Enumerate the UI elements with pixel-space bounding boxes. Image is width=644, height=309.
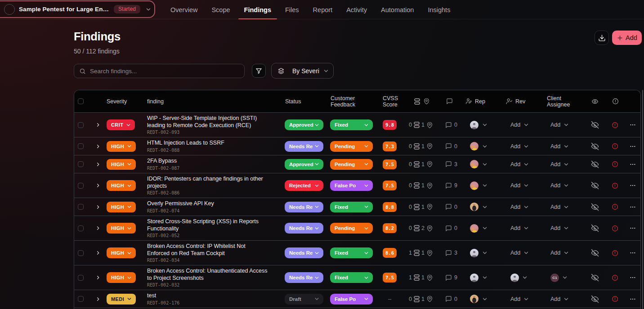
reporter-cell[interactable]: [470, 121, 501, 129]
alert-cell[interactable]: [612, 203, 625, 210]
client-assignee-cell[interactable]: Add: [550, 204, 584, 210]
row-checkbox[interactable]: [78, 225, 84, 231]
reporter-cell[interactable]: [470, 274, 501, 282]
comments-cell[interactable]: 0: [445, 122, 461, 128]
expand-chevron-icon[interactable]: [95, 204, 101, 210]
add-finding-button[interactable]: Add: [612, 31, 642, 45]
finding-title[interactable]: Broken Access Control: Unauthenticated A…: [147, 268, 269, 282]
visibility-cell[interactable]: [591, 249, 606, 257]
col-reporter[interactable]: Rep: [465, 98, 501, 105]
row-menu-button[interactable]: [630, 274, 641, 281]
alert-cell[interactable]: [612, 296, 625, 302]
expand-chevron-icon[interactable]: [95, 225, 101, 231]
severity-badge[interactable]: HIGH: [107, 247, 136, 258]
col-alert[interactable]: [612, 98, 625, 105]
reporter-cell[interactable]: [470, 181, 501, 190]
tab-scope[interactable]: Scope: [211, 0, 230, 19]
comments-cell[interactable]: 3: [445, 161, 461, 168]
alert-cell[interactable]: [612, 274, 625, 281]
finding-title[interactable]: Broken Access Control: IP Whitelist Not …: [147, 243, 269, 257]
filter-button[interactable]: [252, 64, 266, 78]
feedback-pill[interactable]: Pending: [330, 141, 373, 152]
col-comments[interactable]: [446, 98, 461, 105]
tab-insights[interactable]: Insights: [428, 0, 450, 19]
finding-title[interactable]: HTML Injection Leads to SSRF: [147, 140, 224, 147]
status-pill[interactable]: Needs Re: [285, 141, 323, 152]
reviewer-cell[interactable]: Add: [510, 143, 541, 150]
comments-cell[interactable]: 3: [445, 250, 461, 256]
expand-chevron-icon[interactable]: [95, 162, 101, 167]
select-all-checkbox[interactable]: [78, 98, 84, 104]
row-menu-button[interactable]: [630, 225, 641, 231]
reporter-cell[interactable]: [470, 224, 501, 233]
severity-badge[interactable]: HIGH: [107, 180, 136, 191]
comments-cell[interactable]: 9: [445, 274, 461, 281]
comments-cell[interactable]: 0: [445, 296, 461, 302]
reviewer-cell[interactable]: Add: [510, 122, 541, 128]
status-pill[interactable]: Approved: [285, 159, 323, 170]
visibility-cell[interactable]: [591, 160, 606, 168]
reporter-cell[interactable]: [470, 249, 501, 257]
row-checkbox[interactable]: [78, 122, 84, 128]
reporter-cell[interactable]: [470, 160, 501, 168]
status-pill[interactable]: Needs Re: [285, 223, 323, 234]
status-pill[interactable]: Approved: [285, 119, 323, 130]
status-pill[interactable]: Needs Re: [285, 272, 323, 283]
alert-cell[interactable]: [612, 143, 625, 150]
visibility-cell[interactable]: [591, 181, 606, 190]
row-menu-button[interactable]: [630, 122, 641, 128]
col-assets[interactable]: [414, 98, 440, 105]
reporter-cell[interactable]: [470, 295, 501, 303]
severity-badge[interactable]: HIGH: [107, 272, 136, 283]
status-pill[interactable]: Needs Re: [285, 247, 323, 258]
col-visibility[interactable]: [591, 98, 606, 105]
expand-chevron-icon[interactable]: [95, 296, 101, 302]
row-menu-button[interactable]: [630, 161, 641, 168]
visibility-cell[interactable]: [591, 295, 606, 303]
severity-badge[interactable]: CRIT: [107, 119, 135, 130]
scrollbar[interactable]: [642, 90, 643, 309]
severity-badge[interactable]: MEDI: [107, 294, 136, 305]
reviewer-cell[interactable]: Add: [510, 296, 541, 302]
comments-cell[interactable]: 0: [445, 143, 461, 150]
visibility-cell[interactable]: [591, 142, 606, 150]
comments-cell[interactable]: 9: [445, 182, 461, 189]
feedback-pill[interactable]: False Po: [330, 294, 373, 305]
client-assignee-cell[interactable]: Add: [550, 143, 584, 150]
download-button[interactable]: [595, 31, 609, 45]
visibility-cell[interactable]: [591, 121, 606, 129]
feedback-pill[interactable]: Pending: [330, 159, 373, 170]
col-severity[interactable]: Severity: [107, 98, 143, 105]
reporter-cell[interactable]: [470, 203, 501, 211]
comments-cell[interactable]: 0: [445, 203, 461, 210]
tab-files[interactable]: Files: [285, 0, 299, 19]
col-cvss-score[interactable]: CVSS Score: [383, 95, 402, 108]
reviewer-cell[interactable]: Add: [510, 204, 541, 210]
row-menu-button[interactable]: [630, 182, 641, 189]
row-menu-button[interactable]: [630, 204, 641, 210]
expand-chevron-icon[interactable]: [95, 144, 101, 149]
feedback-pill[interactable]: Fixed: [330, 119, 373, 130]
client-assignee-cell[interactable]: Add: [550, 225, 584, 231]
sort-dropdown[interactable]: By Severity: [271, 63, 334, 79]
row-checkbox[interactable]: [78, 204, 84, 210]
alert-cell[interactable]: [612, 182, 625, 189]
visibility-cell[interactable]: [591, 203, 606, 211]
alert-cell[interactable]: [612, 161, 625, 168]
expand-chevron-icon[interactable]: [95, 183, 101, 188]
client-assignee-cell[interactable]: C1: [550, 274, 584, 282]
finding-title[interactable]: IDOR: Pentesters can change findings in …: [147, 176, 269, 190]
tab-findings[interactable]: Findings: [244, 0, 271, 19]
row-menu-button[interactable]: [630, 143, 641, 150]
expand-chevron-icon[interactable]: [95, 275, 101, 280]
row-menu-button[interactable]: [630, 296, 641, 302]
finding-title[interactable]: WIP - Server-Side Template Injection (SS…: [147, 115, 269, 129]
feedback-pill[interactable]: Pending: [330, 223, 373, 234]
reviewer-cell[interactable]: Add: [510, 225, 541, 231]
tab-activity[interactable]: Activity: [346, 0, 367, 19]
comments-cell[interactable]: 0: [445, 225, 461, 232]
client-assignee-cell[interactable]: Add: [550, 296, 584, 302]
tab-report[interactable]: Report: [313, 0, 333, 19]
finding-title[interactable]: Stored Cross-Site Scripting (XSS) in Rep…: [147, 218, 269, 232]
severity-badge[interactable]: HIGH: [107, 141, 136, 152]
